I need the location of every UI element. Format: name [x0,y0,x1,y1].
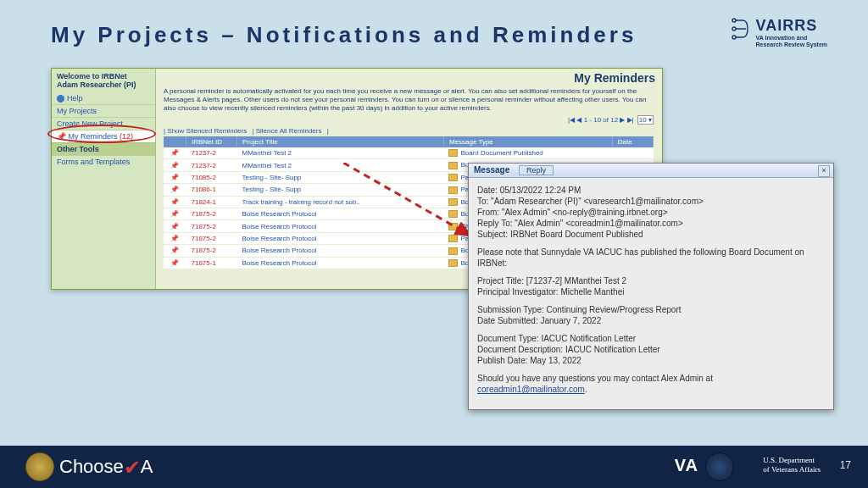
flag-icon[interactable]: 📌 [164,184,186,196]
msg-replyto: Reply To: "Alex Admin" <coreadmin1@maili… [477,219,683,228]
message-title: Message [474,165,509,175]
reminder-links: | Show Silenced Reminders | Silence All … [155,127,662,136]
col-id[interactable]: IRBNet ID [186,136,237,147]
cell-title[interactable]: MManthei Test 2 [237,147,444,159]
cell-title[interactable]: Boise Research Protocol [237,220,444,232]
msg-from: From: "Alex Admin" <no-reply@training.ir… [477,208,668,217]
cell-id[interactable]: 71086-1 [186,184,237,196]
cell-msg[interactable]: Board Document Published [443,147,612,159]
msg-pi: Principal Investigator: Michelle Manthei [477,287,624,297]
flag-icon[interactable]: 📌 [164,220,186,232]
cell-id[interactable]: 71875-2 [186,208,237,219]
message-body: Date: 05/13/2022 12:24 PM To: "Adam Rese… [469,178,833,408]
msg-project-title: Project Title: [71237-2] MManthei Test 2 [477,276,626,286]
cell-title[interactable]: Track training - training record not sub… [237,196,444,208]
msg-date: Date: 05/13/2022 12:24 PM [477,186,581,195]
cell-id[interactable]: 71875-2 [186,245,237,257]
flag-icon[interactable]: 📌 [164,245,186,257]
cell-title[interactable]: Testing - Site- Supp [237,171,444,183]
cell-id[interactable]: 71875-2 [186,220,237,232]
flag-icon[interactable]: 📌 [164,208,186,219]
msg-date-submitted: Date Submitted: January 7, 2022 [477,316,601,325]
table-row[interactable]: 📌71237-2MManthei Test 2Board Document Pu… [164,147,654,159]
choose-va-logo: Choose✔A [59,454,153,478]
msg-p1: Please note that Sunnydale VA IACUC has … [477,247,825,269]
nav-my-projects[interactable]: My Projects [52,104,155,117]
silence-all-link[interactable]: Silence All Reminders [256,127,322,135]
flag-icon[interactable]: 📌 [164,232,186,244]
cell-id[interactable]: 71824-1 [186,196,237,208]
reply-button[interactable]: Reply [519,165,554,175]
page-size-select[interactable]: 10 ▾ [637,115,654,125]
close-button[interactable]: × [818,165,830,177]
cell-title[interactable]: Boise Research Protocol [237,257,444,269]
cell-id[interactable]: 71237-2 [186,159,237,171]
dept-seal-icon [705,452,734,481]
cell-title[interactable]: MManthei Test 2 [237,159,444,171]
cell-id[interactable]: 71875-2 [186,232,237,244]
col-title[interactable]: Project Title [237,136,444,147]
welcome-text: Welcome to IRBNet [57,72,127,80]
svg-point-1 [732,27,736,30]
cell-title[interactable]: Boise Research Protocol [237,245,444,257]
vairrs-logo: VAIRRS VA Innovation and Research Review… [731,17,827,48]
pager-range: 1 - 10 of 12 [584,116,618,124]
sidebar: Welcome to IRBNet Adam Researcher (PI) H… [52,69,156,289]
message-titlebar: Message Reply × [469,164,833,178]
cell-title[interactable]: Testing - Site- Supp [237,184,444,196]
col-msg[interactable]: Message Type [443,136,612,147]
cell-id[interactable]: 71875-1 [186,257,237,269]
msg-subject: Subject: IRBNet Board Document Published [477,230,643,239]
svg-point-0 [732,19,736,22]
cell-date [612,147,653,159]
current-user: Adam Researcher (PI) [57,80,150,89]
cell-title[interactable]: Boise Research Protocol [237,232,444,244]
pager[interactable]: |◀ ◀ 1 - 10 of 12 ▶ ▶| 10 ▾ [155,116,662,127]
msg-doc-type: Document Type: IACUC Notification Letter [477,334,636,343]
msg-publish-date: Publish Date: May 13, 2022 [477,356,581,365]
contact-email-link[interactable]: coreadmin1@mailinator.com [477,385,585,394]
flag-icon[interactable]: 📌 [164,171,186,183]
cell-id[interactable]: 71085-2 [186,171,237,183]
va-text: VA [675,456,698,475]
va-seal-icon [25,452,54,481]
page-number: 17 [840,459,851,471]
col-date[interactable]: Date [612,136,653,147]
msg-contact-text: Should you have any questions you may co… [477,374,713,383]
message-window: Message Reply × Date: 05/13/2022 12:24 P… [468,163,834,410]
slide-footer: Choose✔A VA U.S. Departmentof Veterans A… [0,446,868,488]
slide-title: My Projects – Notifications and Reminder… [51,22,637,48]
cell-title[interactable]: Boise Research Protocol [237,208,444,219]
flag-icon[interactable]: 📌 [164,196,186,208]
svg-point-2 [732,36,736,39]
intro-text: A personal reminder is automatically act… [155,87,662,116]
flag-icon[interactable]: 📌 [164,257,186,269]
msg-doc-desc: Document Description: IACUC Notification… [477,345,660,354]
msg-submission-type: Submission Type: Continuing Review/Progr… [477,305,682,314]
nav-forms-templates[interactable]: Forms and Templates [52,155,155,168]
dept-text: U.S. Departmentof Veterans Affairs [763,456,821,474]
msg-to: To: "Adam Researcher (PI)" <varesearch1@… [477,197,704,206]
flag-icon[interactable]: 📌 [164,159,186,171]
show-silenced-link[interactable]: Show Silenced Reminders [167,127,247,135]
panel-title: My Reminders [155,69,662,87]
highlight-circle [47,125,156,143]
help-link[interactable]: Help [52,92,155,104]
nav-section-other-tools: Other Tools [52,142,155,155]
welcome-block: Welcome to IRBNet Adam Researcher (PI) [52,69,155,92]
flag-icon[interactable]: 📌 [164,147,186,159]
cell-id[interactable]: 71237-2 [186,147,237,159]
